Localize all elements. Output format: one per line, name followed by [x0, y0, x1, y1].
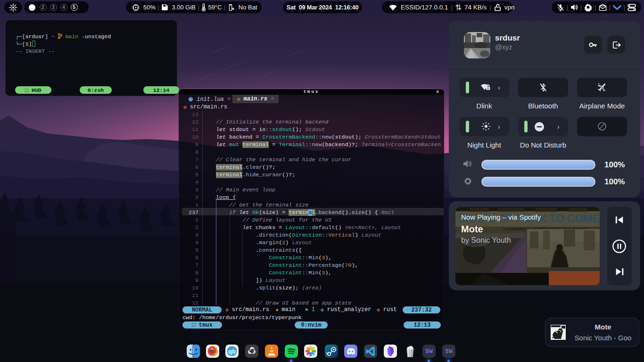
svg-text:qb: qb [228, 348, 236, 355]
